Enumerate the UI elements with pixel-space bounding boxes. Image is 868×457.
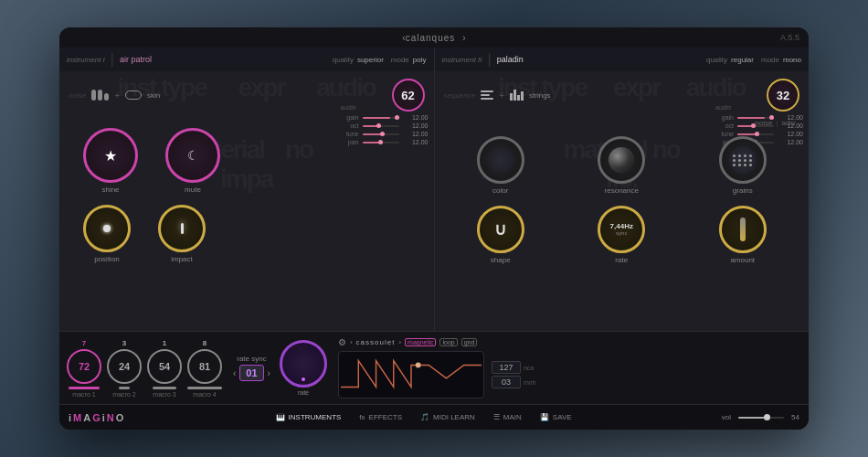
bottom-bar: 7 72 macro 1 3 24 macro 2 1 54 bbox=[59, 331, 809, 404]
macro4-number: 8 bbox=[203, 339, 206, 347]
macro3-container: 1 54 macro 3 bbox=[147, 339, 182, 398]
lfo-name: cassoulet bbox=[356, 338, 396, 346]
macro2-knob[interactable]: 24 bbox=[107, 349, 142, 384]
pan-slider-1[interactable] bbox=[363, 142, 399, 143]
mute-knob-container: ☾ mute bbox=[165, 128, 220, 194]
impact-label: impact bbox=[171, 255, 193, 263]
rate-knob-container: 7,44Hz sync rate bbox=[598, 206, 645, 264]
macro1-knob[interactable]: 72 bbox=[67, 349, 101, 384]
star-icon: ★ bbox=[104, 147, 117, 165]
lfo-controls: 127 nca 03 mnh bbox=[492, 361, 536, 388]
macro2-label: macro 2 bbox=[112, 391, 135, 398]
tune-slider-1[interactable] bbox=[363, 133, 399, 135]
shine-knob[interactable]: ★ bbox=[83, 128, 138, 183]
rate-arrow-right[interactable]: › bbox=[268, 368, 270, 378]
color-knob-container: color bbox=[477, 136, 524, 195]
footer-nav: 🎹 INSTRUMENTS fx EFFECTS 🎵 MIDI LEARN ☰ … bbox=[127, 413, 720, 421]
vol-slider[interactable] bbox=[738, 417, 784, 419]
nav-instruments[interactable]: 🎹 INSTRUMENTS bbox=[276, 413, 342, 421]
amount-bar-icon bbox=[740, 218, 746, 241]
nav-effects-label: EFFECTS bbox=[369, 413, 402, 421]
gain-slider-2[interactable] bbox=[737, 117, 774, 119]
big-knob-label: rate bbox=[298, 389, 309, 396]
nav-effects[interactable]: fx EFFECTS bbox=[359, 413, 402, 421]
lfo-nca-value: 127 bbox=[492, 361, 521, 374]
lfo-mnh-label: mnh bbox=[524, 379, 536, 386]
rate-knob[interactable]: 7,44Hz sync bbox=[598, 206, 645, 253]
rate-arrow-left[interactable]: ‹ bbox=[233, 368, 236, 378]
midi-icon: 🎵 bbox=[420, 413, 429, 421]
lfo-left-arrow[interactable]: ‹ bbox=[350, 338, 353, 346]
nav-save-label: SAVE bbox=[553, 413, 572, 421]
color-knob[interactable] bbox=[477, 136, 524, 184]
loop-tag[interactable]: loop bbox=[439, 338, 457, 346]
audio-oct-2: oct 12.00 bbox=[715, 122, 803, 129]
impact-knob[interactable] bbox=[158, 205, 206, 252]
lfo-settings-icon[interactable]: ⚙ bbox=[338, 337, 346, 347]
nav-main[interactable]: ☰ MAIN bbox=[493, 413, 522, 421]
macro4-knob[interactable]: 81 bbox=[187, 349, 222, 384]
big-rate-knob[interactable] bbox=[280, 340, 327, 388]
nav-save[interactable]: 💾 SAVE bbox=[540, 413, 572, 421]
macro2-value: 24 bbox=[119, 361, 130, 372]
position-dot-icon bbox=[103, 225, 111, 232]
audio-gain-2: gain 12.00 bbox=[715, 114, 803, 121]
macro3-label: macro 3 bbox=[153, 391, 175, 398]
panel-2-inst-label: instrument II bbox=[442, 56, 482, 64]
audio-tune-1: tune 12.00 bbox=[341, 131, 429, 137]
lfo-right-arrow[interactable]: › bbox=[398, 338, 401, 346]
panel-2-body: sequence + strings bbox=[435, 71, 810, 331]
gain-slider-1[interactable] bbox=[363, 117, 399, 119]
sphere-icon bbox=[609, 147, 634, 173]
app-window: ‹ calanques › A.5.5 inst.type expr audio… bbox=[59, 27, 809, 430]
lfo-nca-row: 127 nca bbox=[492, 361, 536, 374]
mute-knob[interactable]: ☾ bbox=[165, 128, 220, 183]
macro4-bar bbox=[187, 387, 222, 389]
macro3-bar bbox=[153, 387, 175, 389]
grains-knob[interactable] bbox=[719, 136, 767, 184]
position-knob[interactable] bbox=[83, 205, 131, 252]
resonance-knob[interactable] bbox=[598, 136, 645, 184]
tune-slider-2[interactable] bbox=[737, 133, 774, 135]
effects-icon: fx bbox=[359, 413, 365, 421]
vol-label: vol bbox=[722, 413, 731, 421]
main-icon: ☰ bbox=[493, 413, 500, 421]
macro1-bar bbox=[69, 387, 100, 389]
audio-section-1: audio gain 12.00 oct bbox=[341, 104, 429, 145]
title-bar: ‹ calanques › A.5.5 bbox=[59, 27, 809, 48]
amount-knob[interactable] bbox=[719, 206, 767, 253]
panels-container: inst.type expr audio material no impa in… bbox=[59, 48, 809, 331]
grains-knob-container: grains bbox=[719, 136, 767, 195]
next-arrow[interactable]: › bbox=[462, 33, 465, 43]
gnd-tag[interactable]: gnd bbox=[461, 338, 478, 346]
rate-value[interactable]: 01 bbox=[239, 365, 263, 381]
lfo-mnh-row: 03 mnh bbox=[492, 376, 536, 388]
nav-midi-learn[interactable]: 🎵 MIDI LEARN bbox=[420, 413, 475, 421]
magnetic-tag[interactable]: magnetic bbox=[405, 338, 436, 346]
shape-label: shape bbox=[491, 256, 511, 264]
shine-knob-container: ★ shine bbox=[83, 128, 138, 194]
shape-knob[interactable]: ∪ bbox=[477, 206, 524, 253]
lfo-mnh-value: 03 bbox=[492, 376, 521, 388]
lfo-header: ⚙ ‹ cassoulet › magnetic loop gnd bbox=[338, 337, 801, 347]
knobs-row-2-panel1: position impact bbox=[65, 201, 429, 267]
color-label: color bbox=[492, 186, 508, 195]
footer: iMAGiNO 🎹 INSTRUMENTS fx EFFECTS 🎵 MIDI … bbox=[59, 404, 809, 430]
panel-1-inst-name: air patrol bbox=[120, 55, 152, 64]
audio-gain-1: gain 12.00 bbox=[341, 114, 429, 121]
amount-label: amount bbox=[730, 256, 755, 264]
tubes-icon bbox=[91, 90, 109, 101]
knobs-row-2-panel2: ∪ shape 7,44Hz sync bbox=[440, 202, 804, 268]
lfo-display bbox=[338, 351, 484, 399]
lfo-waveform-svg bbox=[339, 352, 483, 398]
impact-knob-container: impact bbox=[158, 205, 206, 263]
macro4-container: 8 81 macro 4 bbox=[187, 339, 222, 398]
macro3-knob[interactable]: 54 bbox=[147, 349, 182, 384]
lfo-nca-label: nca bbox=[524, 365, 534, 371]
svg-point-0 bbox=[416, 363, 421, 368]
panel-2-inst-name: paladin bbox=[497, 55, 524, 64]
oct-slider-2[interactable] bbox=[737, 125, 774, 127]
macro2-number: 3 bbox=[122, 339, 126, 347]
shine-label: shine bbox=[101, 186, 119, 194]
oct-slider-1[interactable] bbox=[363, 125, 399, 127]
